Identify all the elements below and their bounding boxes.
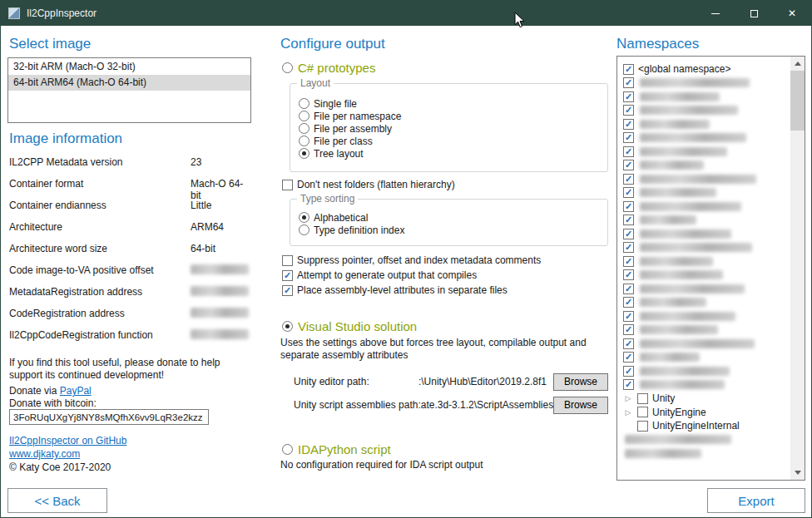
namespace-checkbox[interactable]: [623, 366, 634, 377]
scrollbar-thumb[interactable]: [790, 71, 805, 131]
title-bar[interactable]: Il2CppInspector ✕: [1, 1, 811, 26]
namespace-item[interactable]: [623, 446, 788, 460]
suppress-metadata-checkbox[interactable]: Suppress pointer, offset and index metad…: [282, 254, 541, 267]
layout-option[interactable]: Single file: [299, 97, 607, 110]
layout-option[interactable]: File per namespace: [299, 110, 607, 122]
namespace-checkbox[interactable]: [623, 269, 634, 280]
namespace-item[interactable]: ▷UnityEngine: [623, 406, 788, 419]
namespace-checkbox[interactable]: [637, 421, 648, 432]
scroll-down-icon[interactable]: [790, 466, 805, 480]
namespace-checkbox[interactable]: [623, 64, 634, 75]
export-button[interactable]: Export: [707, 488, 805, 513]
namespace-list[interactable]: <global namespace>▷Unity▷UnityEngineUnit…: [616, 56, 805, 481]
namespace-item[interactable]: [623, 309, 788, 323]
image-list-item[interactable]: 32-bit ARM (Mach-O 32-bit): [8, 59, 250, 75]
image-list-item[interactable]: 64-bit ARM64 (Mach-O 64-bit): [8, 75, 250, 91]
namespace-item[interactable]: <global namespace>: [623, 62, 788, 76]
close-button[interactable]: ✕: [773, 1, 811, 26]
namespace-checkbox[interactable]: [623, 229, 634, 239]
namespace-item[interactable]: [623, 351, 788, 364]
website-link[interactable]: www.djkaty.com: [9, 448, 80, 460]
namespace-checkbox[interactable]: [623, 215, 634, 225]
namespace-item[interactable]: [623, 145, 788, 158]
namespace-item[interactable]: [623, 159, 788, 172]
layout-option[interactable]: File per assembly: [299, 122, 607, 135]
namespace-item[interactable]: [623, 282, 788, 295]
github-link[interactable]: Il2CppInspector on GitHub: [9, 435, 126, 446]
info-value: ARM64: [191, 221, 224, 233]
namespace-checkbox[interactable]: [623, 284, 634, 294]
namespace-item[interactable]: [623, 254, 788, 268]
namespace-item[interactable]: [623, 269, 788, 282]
namespace-checkbox[interactable]: [623, 160, 634, 170]
scroll-up-icon[interactable]: [790, 57, 805, 71]
csharp-prototypes-radio[interactable]: C# prototypes: [282, 61, 375, 75]
layout-option[interactable]: File per class: [299, 135, 607, 147]
namespace-item[interactable]: [623, 186, 788, 200]
expander-icon[interactable]: ▷: [623, 407, 633, 417]
namespace-item[interactable]: [623, 296, 788, 309]
image-listbox[interactable]: 32-bit ARM (Mach-O 32-bit)64-bit ARM64 (…: [7, 57, 251, 123]
namespace-checkbox[interactable]: [623, 256, 634, 267]
minimize-button[interactable]: [696, 1, 735, 26]
namespace-checkbox[interactable]: [623, 132, 634, 143]
namespace-checkbox[interactable]: [623, 77, 634, 88]
redacted-namespace: [640, 147, 727, 156]
type-sorting-option[interactable]: Type definition index: [299, 224, 607, 236]
namespace-item[interactable]: [623, 117, 788, 131]
maximize-button[interactable]: [735, 1, 773, 26]
namespace-checkbox[interactable]: [623, 379, 634, 390]
namespace-checkbox[interactable]: [623, 187, 634, 198]
flatten-checkbox[interactable]: Don't nest folders (flatten hierarchy): [282, 178, 455, 191]
namespace-checkbox[interactable]: [623, 338, 634, 349]
namespace-checkbox[interactable]: [623, 297, 634, 308]
bitcoin-address-input[interactable]: [9, 409, 209, 425]
namespace-checkbox[interactable]: [623, 201, 634, 212]
namespace-item[interactable]: [623, 227, 788, 240]
namespace-scrollbar[interactable]: [790, 57, 805, 480]
namespace-item[interactable]: [623, 104, 788, 117]
namespace-item[interactable]: ▷Unity: [623, 392, 788, 405]
namespace-item[interactable]: [623, 172, 788, 185]
compilable-output-checkbox[interactable]: Attempt to generate output that compiles: [282, 269, 477, 282]
idapython-radio[interactable]: IDAPython script: [282, 442, 391, 456]
namespace-item[interactable]: [623, 90, 788, 103]
namespace-item[interactable]: UnityEngineInternal: [623, 419, 788, 432]
namespace-item[interactable]: [623, 378, 788, 392]
namespace-checkbox[interactable]: [637, 393, 648, 404]
namespace-item[interactable]: [623, 241, 788, 254]
browse-assemblies-path-button[interactable]: Browse: [553, 397, 608, 414]
namespace-item[interactable]: [623, 364, 788, 377]
info-label: Architecture word size: [9, 243, 107, 254]
namespace-checkbox[interactable]: [637, 407, 648, 417]
namespace-item[interactable]: [623, 214, 788, 227]
namespace-checkbox[interactable]: [623, 174, 634, 185]
browse-editor-path-button[interactable]: Browse: [553, 373, 608, 391]
namespace-label: UnityEngine: [652, 407, 706, 418]
visual-studio-radio[interactable]: Visual Studio solution: [282, 319, 417, 333]
namespace-checkbox[interactable]: [623, 242, 634, 253]
paypal-link[interactable]: PayPal: [60, 385, 92, 397]
namespace-checkbox[interactable]: [623, 324, 634, 335]
namespace-item[interactable]: [623, 200, 788, 213]
separate-attributes-checkbox[interactable]: Place assembly-level attributes in separ…: [282, 284, 508, 297]
back-button[interactable]: << Back: [7, 488, 107, 513]
namespace-item[interactable]: [623, 76, 788, 90]
layout-option[interactable]: Tree layout: [299, 147, 607, 160]
radio-icon: [299, 136, 309, 146]
namespace-checkbox[interactable]: [623, 311, 634, 322]
namespace-checkbox[interactable]: [623, 119, 634, 130]
namespace-item[interactable]: [623, 323, 788, 337]
namespace-item[interactable]: [623, 433, 788, 446]
namespace-checkbox[interactable]: [623, 352, 634, 363]
namespace-checkbox[interactable]: [623, 91, 634, 102]
namespace-checkbox[interactable]: [623, 146, 634, 157]
namespace-item[interactable]: [623, 337, 788, 350]
namespace-checkbox[interactable]: [623, 105, 634, 116]
expander-icon[interactable]: ▷: [623, 393, 633, 403]
radio-icon: [299, 224, 309, 235]
select-image-heading: Select image: [9, 36, 91, 52]
namespace-item[interactable]: [623, 131, 788, 145]
type-sorting-option[interactable]: Alphabetical: [299, 211, 607, 224]
namespace-label: <global namespace>: [638, 63, 730, 75]
